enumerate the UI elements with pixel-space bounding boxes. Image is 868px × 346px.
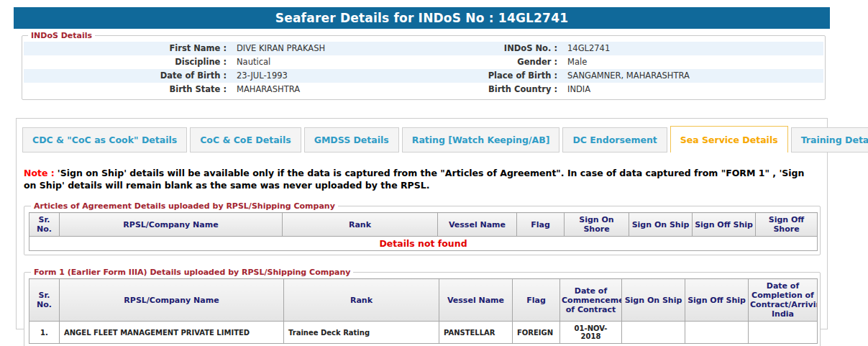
tab-dc-endorsement[interactable]: DC Endorsement bbox=[562, 127, 667, 152]
field-label: Date of Birth : bbox=[24, 69, 231, 83]
field-value: 14GL2741 bbox=[562, 42, 823, 55]
column-header: Sign Off Ship bbox=[685, 279, 749, 322]
table-cell: 01-NOV-2018 bbox=[560, 322, 622, 344]
field-label: INDoS No. : bbox=[439, 42, 562, 55]
column-header: Vessel Name bbox=[438, 213, 517, 237]
tab-sea-service-details[interactable]: Sea Service Details bbox=[670, 126, 788, 152]
tab-rating-watch-keeping-ab[interactable]: Rating [Watch Keeping/AB] bbox=[402, 127, 560, 152]
table-cell: PANSTELLAR bbox=[439, 322, 513, 344]
note-text: 'Sign on Ship' details will be available… bbox=[24, 168, 804, 191]
column-header: Flag bbox=[513, 279, 560, 322]
empty-message: Details not found bbox=[29, 237, 818, 251]
field-label: Birth State : bbox=[24, 83, 231, 96]
tab-bar: CDC & "CoC as Cook" DetailsCoC & CoE Det… bbox=[22, 124, 820, 152]
field-label: First Name : bbox=[24, 42, 231, 55]
fieldset-legend: Form 1 (Earlier Form IIIA) Details uploa… bbox=[31, 268, 353, 277]
agreement-fieldset: Articles of Agreement Details uploaded b… bbox=[24, 201, 821, 255]
form1-table: Sr. No.RPSL/Company NameRankVessel NameF… bbox=[29, 278, 818, 344]
field-value: Nautical bbox=[231, 55, 439, 69]
column-header: Rank bbox=[283, 213, 438, 237]
column-header: Sr. No. bbox=[29, 279, 60, 322]
column-header: Sign Off Ship bbox=[693, 213, 756, 237]
info-row: Birth State :MAHARASHTRABirth Country :I… bbox=[24, 83, 823, 96]
column-header: Vessel Name bbox=[439, 279, 513, 322]
fieldset-legend: INDoS Details bbox=[28, 31, 95, 40]
indos-rows: First Name :DIVE KIRAN PRAKASHINDoS No. … bbox=[24, 42, 823, 96]
column-header: RPSL/Company Name bbox=[60, 213, 283, 237]
column-header: RPSL/Company Name bbox=[60, 279, 284, 322]
table-cell bbox=[622, 322, 685, 344]
tab-gmdss-details[interactable]: GMDSS Details bbox=[304, 127, 399, 152]
agreement-table: Sr. No.RPSL/Company NameRankVessel NameF… bbox=[29, 212, 818, 251]
page-title: Seafarer Details for INDoS No : 14GL2741 bbox=[14, 7, 830, 29]
note-prefix: Note : bbox=[24, 168, 55, 178]
tab-content-box: CDC & "CoC as Cook" DetailsCoC & CoE Det… bbox=[16, 118, 828, 329]
table-cell: Trainee Deck Rating bbox=[284, 322, 439, 344]
tab-cdc-coc-as-cook-details[interactable]: CDC & "CoC as Cook" Details bbox=[22, 127, 187, 152]
field-value: Male bbox=[562, 55, 823, 69]
table-cell bbox=[749, 322, 818, 344]
table-cell: FOREIGN bbox=[513, 322, 560, 344]
table-cell bbox=[685, 322, 749, 344]
page: Seafarer Details for INDoS No : 14GL2741… bbox=[0, 0, 868, 346]
field-value: 23-JUL-1993 bbox=[231, 69, 439, 83]
info-row: Discipline :NauticalGender :Male bbox=[24, 55, 823, 69]
field-label: Discipline : bbox=[24, 55, 231, 69]
field-value: MAHARASHTRA bbox=[231, 83, 439, 96]
info-row: First Name :DIVE KIRAN PRAKASHINDoS No. … bbox=[24, 42, 823, 55]
fieldset-legend: Articles of Agreement Details uploaded b… bbox=[31, 201, 338, 211]
table-row: 1.ANGEL FLEET MANAGEMENT PRIVATE LIMITED… bbox=[29, 322, 818, 344]
column-header: Rank bbox=[284, 279, 439, 322]
column-header: Sr. No. bbox=[29, 213, 60, 237]
field-value: INDIA bbox=[562, 83, 823, 96]
column-header: Date of Commencement of Contract bbox=[560, 279, 622, 322]
field-value: DIVE KIRAN PRAKASH bbox=[231, 42, 439, 55]
form1-fieldset: Form 1 (Earlier Form IIIA) Details uploa… bbox=[24, 268, 821, 346]
tab-coc-coe-details[interactable]: CoC & CoE Details bbox=[190, 127, 301, 152]
info-row: Date of Birth :23-JUL-1993Place of Birth… bbox=[24, 69, 823, 83]
column-header: Sign On Ship bbox=[629, 213, 693, 237]
column-header: Flag bbox=[517, 213, 565, 237]
table-cell: ANGEL FLEET MANAGEMENT PRIVATE LIMITED bbox=[60, 322, 284, 344]
table-header-row: Sr. No.RPSL/Company NameRankVessel NameF… bbox=[29, 279, 818, 322]
note: Note :'Sign on Ship' details will be ava… bbox=[24, 167, 818, 191]
table-header-row: Sr. No.RPSL/Company NameRankVessel NameF… bbox=[29, 213, 818, 237]
column-header: Sign Off Shore bbox=[756, 213, 818, 237]
field-label: Birth Country : bbox=[439, 83, 562, 96]
tab-training-details[interactable]: Training Details bbox=[791, 127, 868, 152]
field-label: Gender : bbox=[439, 55, 562, 69]
empty-row: Details not found bbox=[29, 237, 818, 251]
field-label: Place of Birth : bbox=[439, 69, 562, 83]
indos-details-fieldset: INDoS Details First Name :DIVE KIRAN PRA… bbox=[22, 31, 826, 100]
field-value: SANGAMNER, MAHARASHTRA bbox=[562, 69, 823, 83]
column-header: Sign On Shore bbox=[565, 213, 629, 237]
column-header: Date of Completion of Contract/Arriving … bbox=[749, 279, 818, 322]
column-header: Sign On Ship bbox=[622, 279, 685, 322]
table-cell: 1. bbox=[29, 322, 60, 344]
